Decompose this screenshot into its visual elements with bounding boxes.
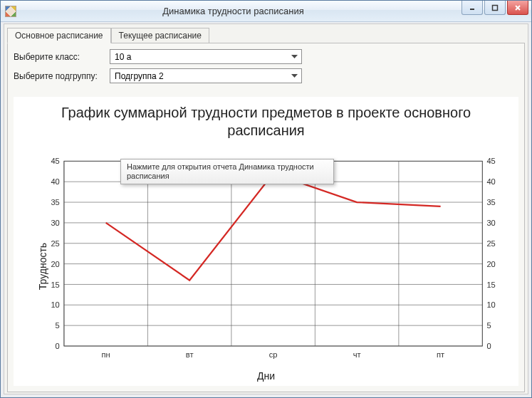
svg-text:30: 30 <box>51 219 59 227</box>
svg-text:25: 25 <box>51 239 59 248</box>
minimize-button[interactable] <box>461 1 483 15</box>
svg-text:5: 5 <box>56 321 60 330</box>
class-select-value: 10 а <box>115 52 131 62</box>
svg-text:10: 10 <box>51 300 59 309</box>
svg-text:20: 20 <box>51 260 59 268</box>
client-area: Основное расписание Текущее расписание В… <box>4 23 528 394</box>
svg-text:10: 10 <box>486 300 495 309</box>
tab-current-schedule[interactable]: Текущее расписание <box>111 28 209 43</box>
tab-main-schedule[interactable]: Основное расписание <box>7 28 111 43</box>
svg-text:35: 35 <box>486 198 495 206</box>
maximize-icon <box>491 4 499 11</box>
svg-text:35: 35 <box>51 198 59 206</box>
svg-marker-4 <box>291 55 298 58</box>
svg-text:15: 15 <box>51 281 59 289</box>
svg-rect-6 <box>64 161 482 346</box>
close-button[interactable] <box>507 1 528 15</box>
svg-text:пн: пн <box>102 350 110 359</box>
chart-area[interactable]: График суммарной трудности предметов в п… <box>14 97 518 386</box>
svg-text:вт: вт <box>186 350 194 359</box>
svg-rect-1 <box>493 5 498 10</box>
svg-text:25: 25 <box>486 239 495 248</box>
class-label: Выберите класс: <box>14 52 110 62</box>
window-controls <box>461 1 528 15</box>
app-icon <box>5 6 16 17</box>
svg-text:ср: ср <box>269 350 278 359</box>
subgroup-row: Выберите подгруппу: Подгруппа 2 <box>14 68 518 83</box>
subgroup-select[interactable]: Подгруппа 2 <box>110 68 302 83</box>
svg-text:45: 45 <box>51 157 59 165</box>
chart-tooltip: Нажмите для открытия отчета Динамика тру… <box>120 159 334 184</box>
chart-title: График суммарной трудности предметов в п… <box>14 97 518 140</box>
window-title: Динамика трудности расписания <box>21 6 531 16</box>
close-icon <box>514 4 521 11</box>
svg-text:30: 30 <box>486 219 495 227</box>
chevron-down-icon <box>288 51 300 63</box>
svg-text:0: 0 <box>56 342 60 350</box>
class-row: Выберите класс: 10 а <box>14 49 518 64</box>
tabstrip: Основное расписание Текущее расписание <box>7 27 525 43</box>
chevron-down-icon <box>288 70 300 82</box>
svg-marker-5 <box>291 74 298 78</box>
class-select[interactable]: 10 а <box>110 49 302 64</box>
svg-text:45: 45 <box>486 157 495 165</box>
minimize-icon <box>469 4 476 11</box>
subgroup-label: Выберите подгруппу: <box>14 71 110 81</box>
subgroup-select-value: Подгруппа 2 <box>115 71 164 81</box>
svg-text:пт: пт <box>437 350 444 359</box>
titlebar[interactable]: Динамика трудности расписания <box>1 1 531 22</box>
svg-text:5: 5 <box>486 321 491 330</box>
svg-text:40: 40 <box>486 177 495 186</box>
svg-text:0: 0 <box>486 342 491 350</box>
svg-text:чт: чт <box>353 350 361 359</box>
svg-text:40: 40 <box>51 177 59 186</box>
tab-panel: Выберите класс: 10 а Выберите подгруппу:… <box>7 43 525 392</box>
maximize-button[interactable] <box>484 1 506 15</box>
svg-text:15: 15 <box>486 281 495 289</box>
svg-text:20: 20 <box>486 260 495 268</box>
app-window: Динамика трудности расписания Основное р… <box>0 0 532 398</box>
